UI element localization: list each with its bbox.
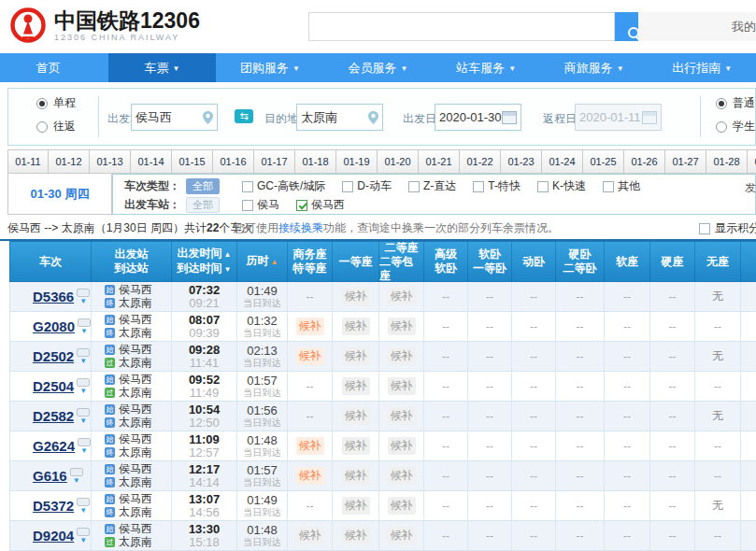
date-tab[interactable]: 01-24 <box>542 149 583 174</box>
date-tab[interactable]: 01-12 <box>49 149 90 174</box>
train-type-all-button[interactable]: 全部 <box>186 178 220 194</box>
train-number-link[interactable]: D2504 <box>33 378 74 394</box>
date-tab[interactable]: 01-26 <box>624 149 665 174</box>
selected-date-tab[interactable]: 01-30 周四 <box>7 174 112 215</box>
train-number-link[interactable]: D2582 <box>33 408 74 424</box>
seat-availability[interactable]: 候补 <box>342 288 370 305</box>
seat-availability[interactable]: 候补 <box>342 377 370 395</box>
date-tab[interactable]: 01-14 <box>131 149 172 174</box>
seat-availability[interactable]: 候补 <box>342 467 370 485</box>
seat-availability[interactable]: 候补 <box>388 497 416 515</box>
show-points-checkbox[interactable]: 显示积分 <box>699 220 756 236</box>
seat-availability[interactable]: 候补 <box>342 347 370 365</box>
filter-checkbox-option[interactable]: GC-高铁/城际 <box>242 178 325 194</box>
seat-cell: -- <box>695 431 741 460</box>
column-header[interactable]: 出发时间▲到达时间▼ <box>172 242 237 281</box>
seat-availability[interactable]: 候补 <box>388 437 416 455</box>
date-tab[interactable]: 01-25 <box>583 149 624 174</box>
seat-availability[interactable]: 候补 <box>342 437 370 455</box>
seat-availability[interactable]: 候补 <box>388 288 416 305</box>
seat-availability[interactable]: 候补 <box>388 467 416 485</box>
seat-cell: -- <box>288 372 333 401</box>
transfer-link[interactable]: 接续换乘 <box>278 221 323 234</box>
train-expand-caret-icon[interactable]: ▼ <box>79 298 87 305</box>
date-tab[interactable]: 01-18 <box>295 149 336 174</box>
date-tab[interactable]: 01-27 <box>665 149 706 174</box>
train-expand-caret-icon[interactable]: ▼ <box>73 477 80 485</box>
seat-availability: -- <box>669 350 677 363</box>
seat-availability[interactable]: 候补 <box>296 527 324 544</box>
train-number-link[interactable]: D5366 <box>33 289 74 304</box>
nav-item[interactable]: 出行指南 ▼ <box>648 53 756 82</box>
seat-availability[interactable]: 候补 <box>388 377 416 395</box>
column-header[interactable]: 历时▲ <box>237 242 288 281</box>
train-number-link[interactable]: D9204 <box>33 528 74 544</box>
search-input[interactable] <box>308 12 615 41</box>
train-expand-caret-icon[interactable]: ▼ <box>80 328 88 335</box>
filter-checkbox-option[interactable]: Z-直达 <box>408 178 456 194</box>
seat-availability[interactable]: 候补 <box>342 318 370 335</box>
filter-checkbox-option[interactable]: K-快速 <box>537 178 586 194</box>
trip-type-round-radio[interactable]: 往返 <box>36 119 76 134</box>
train-number-link[interactable]: G2080 <box>33 318 75 334</box>
seat-availability[interactable]: 候补 <box>342 497 370 515</box>
train-expand-caret-icon[interactable]: ▼ <box>79 417 87 425</box>
chevron-down-icon: ▼ <box>172 64 179 73</box>
passenger-student-radio[interactable]: 学生 <box>716 119 755 134</box>
seat-cell: -- <box>468 461 512 490</box>
train-expand-caret-icon[interactable]: ▼ <box>79 358 87 365</box>
date-tab[interactable]: 01-23 <box>501 149 542 174</box>
seat-availability[interactable]: 候补 <box>296 437 324 455</box>
seat-availability[interactable]: 候补 <box>342 527 370 544</box>
trip-type-single-radio[interactable]: 单程 <box>36 95 76 111</box>
train-expand-caret-icon[interactable]: ▼ <box>79 507 87 515</box>
train-number-link[interactable]: G2624 <box>33 438 75 454</box>
train-expand-caret-icon[interactable]: ▼ <box>79 388 87 395</box>
train-expand-caret-icon[interactable]: ▼ <box>79 537 87 544</box>
date-tab[interactable]: 01-11 <box>7 149 49 174</box>
nav-item[interactable]: 首页 ▼ <box>0 53 108 82</box>
seat-cell: -- <box>424 312 468 341</box>
seat-availability[interactable]: 候补 <box>296 347 324 365</box>
date-tab[interactable]: 01-13 <box>90 149 131 174</box>
nav-item[interactable]: 团购服务 ▼ <box>216 53 324 82</box>
nav-item[interactable]: 商旅服务 ▼ <box>540 53 649 82</box>
train-number-link[interactable]: G616 <box>33 468 67 484</box>
seat-availability[interactable]: 候补 <box>388 347 416 365</box>
seat-availability: -- <box>714 470 721 483</box>
date-tab[interactable]: 01-19 <box>336 149 378 174</box>
train-number-link[interactable]: D5372 <box>33 498 74 514</box>
date-tab[interactable]: 01-15 <box>172 149 213 174</box>
date-tab[interactable]: 01-29 <box>748 149 756 174</box>
nav-item[interactable]: 车票 ▼ <box>108 53 217 82</box>
swap-stations-icon[interactable]: ⇆ <box>235 109 253 123</box>
date-tab[interactable]: 01-22 <box>460 149 501 174</box>
seat-availability[interactable]: 候补 <box>296 467 324 485</box>
date-tab[interactable]: 01-17 <box>254 149 295 174</box>
filter-checkbox-option[interactable]: 侯马西 <box>296 197 345 213</box>
depart-date-input[interactable]: 2020-01-30 <box>435 104 521 131</box>
filter-checkbox-option[interactable]: T-特快 <box>473 178 521 194</box>
passenger-normal-radio[interactable]: 普通 <box>716 95 755 111</box>
date-tab[interactable]: 01-20 <box>378 149 419 174</box>
search-button[interactable] <box>615 12 641 41</box>
seat-availability[interactable]: 候补 <box>388 527 416 544</box>
seat-availability[interactable]: 候补 <box>388 318 416 335</box>
seat-availability[interactable]: 候补 <box>296 318 324 335</box>
nav-item[interactable]: 会员服务 ▼ <box>324 53 433 82</box>
date-tab[interactable]: 01-16 <box>213 149 254 174</box>
my-12306-link[interactable]: 我的12306 <box>732 19 756 35</box>
seat-availability[interactable]: 候补 <box>342 407 370 425</box>
train-number-link[interactable]: D2502 <box>33 348 74 364</box>
date-tab[interactable]: 01-21 <box>419 149 460 174</box>
seat-availability[interactable]: 候补 <box>388 407 416 425</box>
train-expand-caret-icon[interactable]: ▼ <box>80 447 88 455</box>
date-tab[interactable]: 01-28 <box>706 149 748 174</box>
nav-item[interactable]: 站车服务 ▼ <box>432 53 540 82</box>
station-all-button[interactable]: 全部 <box>186 197 220 213</box>
filter-checkbox-option[interactable]: 其他 <box>603 178 640 194</box>
filter-checkbox-option[interactable]: D-动车 <box>342 178 392 194</box>
from-station-input[interactable]: 侯马西 <box>131 104 218 131</box>
to-station-input[interactable]: 太原南 <box>296 104 383 131</box>
filter-checkbox-option[interactable]: 侯马 <box>242 197 279 213</box>
